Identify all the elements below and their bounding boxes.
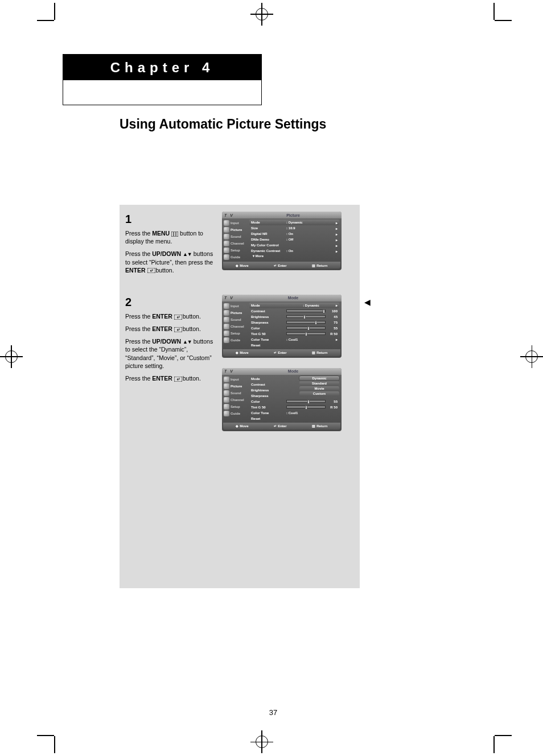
crop-mark <box>37 20 54 21</box>
osd-row-label: Color Tone <box>251 338 286 341</box>
osd-foot-enter: Enter <box>278 351 286 354</box>
updown-label: UP/DOWN <box>152 338 181 345</box>
move-icon: ◆ <box>236 351 238 354</box>
step-text: 2 Press the ENTER button. Press the ENTE… <box>125 295 222 431</box>
sidebar-item: Input <box>231 304 239 308</box>
sidebar-item: Setup <box>231 332 240 335</box>
svg-rect-0 <box>171 232 178 237</box>
osd-row-value: : On <box>286 249 336 253</box>
osd-row-label: Color <box>251 327 286 330</box>
arrow-right-icon: ▸ <box>336 303 338 307</box>
text: Press the <box>125 338 152 345</box>
arrow-down-icon: ▾ <box>253 254 254 258</box>
osd-row-label: Mode <box>251 304 286 307</box>
sidebar-item: Picture <box>231 385 242 388</box>
svg-rect-6 <box>174 377 182 382</box>
enter-icon: ↵ <box>274 424 277 428</box>
section-pointer-icon: ◀ <box>364 298 371 307</box>
osd-foot-return: Return <box>316 264 327 267</box>
text: button. <box>183 325 201 332</box>
crop-mark <box>54 736 55 753</box>
osd-foot-move: Move <box>240 424 248 428</box>
osd-row-label: Reset <box>251 344 286 347</box>
mode-option-standard: Standard <box>299 381 339 386</box>
instruction-panel: 1 Press the MENU button to display the m… <box>120 205 360 588</box>
mode-option-movie: Movie <box>299 386 339 391</box>
osd-tv-label: T V <box>224 296 247 300</box>
text: Press the <box>125 375 152 382</box>
sidebar-item: Input <box>231 221 239 225</box>
osd-sidebar: Input Picture Sound Channel Setup Guide <box>222 218 247 261</box>
return-icon: ▥ <box>312 351 315 354</box>
mode-option-custom: Custom <box>299 391 339 396</box>
sidebar-item: Input <box>231 378 239 381</box>
step-2: 2 Press the ENTER button. Press the ENTE… <box>120 288 360 440</box>
arrow-right-icon: ▸ <box>336 249 338 253</box>
move-icon: ◆ <box>236 264 238 267</box>
page-title: Using Automatic Picture Settings <box>120 117 326 132</box>
osd-foot-return: Return <box>316 351 327 354</box>
sidebar-item: Channel <box>231 325 244 328</box>
osd-screenshot-picture: T V Picture Input Picture Sound Channel … <box>222 212 342 270</box>
arrow-right-icon: ▸ <box>336 337 338 341</box>
page-number: 37 <box>57 708 489 717</box>
osd-row-value: : Off <box>286 238 336 241</box>
osd-row-value: R 50 <box>327 406 338 409</box>
osd-row-label: My Color Control <box>251 243 286 247</box>
text: Press the <box>125 250 152 257</box>
text: button. <box>183 375 201 382</box>
enter-icon: ↵ <box>274 264 277 267</box>
osd-row-label: Color Tone <box>251 411 286 415</box>
osd-row-value: 45 <box>327 315 338 319</box>
step-text: 1 Press the MENU button to display the m… <box>125 212 222 279</box>
sidebar-item: Setup <box>231 249 240 252</box>
text: button. <box>155 267 174 274</box>
enter-label: ENTER <box>152 313 172 320</box>
osd-row-value: : 16:9 <box>286 226 336 230</box>
slider <box>286 327 326 329</box>
osd-screenshot-mode-sliders: T V Mode Input Picture Sound Channel Set… <box>222 295 342 358</box>
slider <box>286 309 326 312</box>
osd-row-label: DNIe Demo <box>251 238 286 241</box>
crop-mark <box>37 735 54 736</box>
osd-tv-label: T V <box>224 369 247 373</box>
crop-mark <box>493 3 495 20</box>
updown-icon: ▲▼ <box>183 339 192 345</box>
enter-icon <box>174 327 181 332</box>
updown-icon: ▲▼ <box>183 251 192 257</box>
enter-label: ENTER <box>152 375 172 382</box>
osd-row-label: Sharpness <box>251 394 286 398</box>
return-icon: ▥ <box>312 264 315 267</box>
text: Press the <box>125 313 152 320</box>
enter-label: ENTER <box>152 325 172 332</box>
arrow-right-icon: ▸ <box>336 226 338 230</box>
svg-rect-3 <box>147 268 155 273</box>
osd-row-label: Tint G 50 <box>251 406 286 409</box>
enter-icon <box>174 377 181 382</box>
crop-mark <box>495 20 512 21</box>
osd-screenshot-mode-options: T V Mode Input Picture Sound Channel Set… <box>222 368 342 431</box>
slider <box>286 332 326 335</box>
osd-row-label: Dynamic Contrast <box>251 249 286 253</box>
osd-row-label: Mode <box>251 377 286 381</box>
slider <box>286 321 326 324</box>
osd-row-label: Tint G 50 <box>251 332 286 336</box>
osd-foot-enter: Enter <box>278 424 286 428</box>
osd-row-value: 55 <box>327 400 338 403</box>
slider <box>286 315 326 318</box>
step-1: 1 Press the MENU button to display the m… <box>120 205 360 288</box>
osd-row-label: Reset <box>251 417 286 420</box>
sidebar-item: Picture <box>231 311 242 315</box>
osd-row-label: Brightness <box>251 315 286 319</box>
osd-title: Mode <box>247 296 339 300</box>
menu-label: MENU <box>152 230 170 237</box>
osd-row-value: R 50 <box>327 332 338 336</box>
arrow-right-icon: ▸ <box>336 243 338 247</box>
sidebar-item: Channel <box>231 398 244 402</box>
sidebar-item: Setup <box>231 405 240 408</box>
osd-row-label: Color <box>251 400 286 403</box>
move-icon: ◆ <box>236 424 238 428</box>
osd-more-label: More <box>256 254 264 258</box>
osd-row-value: : On <box>286 232 336 236</box>
osd-row-label: Contrast <box>251 383 286 386</box>
